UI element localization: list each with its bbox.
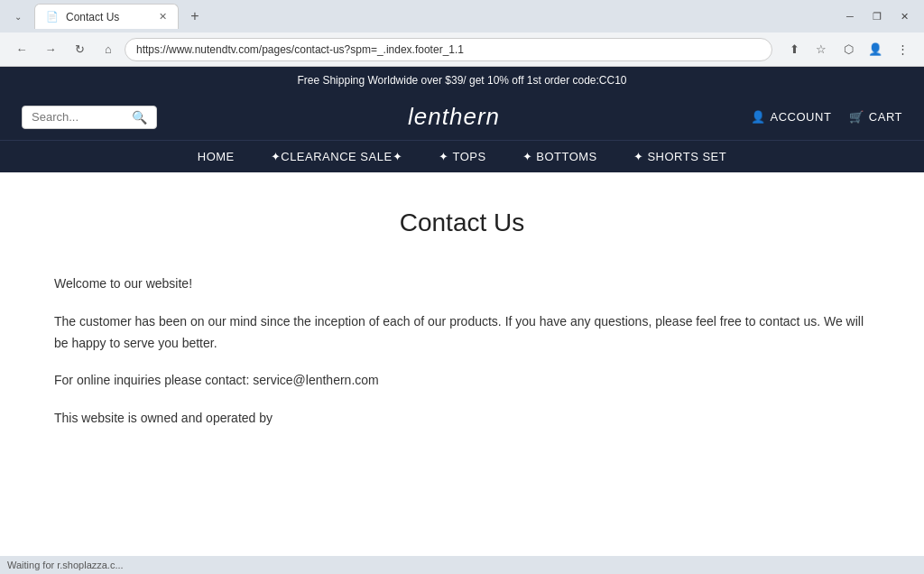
paragraph-1: Welcome to our website! — [54, 273, 870, 295]
tab-favicon: 📄 — [46, 11, 59, 23]
nav-item-shorts[interactable]: ✦ SHORTS SET — [633, 150, 726, 163]
back-button[interactable]: ← — [9, 37, 34, 62]
cart-icon: 🛒 — [849, 110, 864, 124]
search-box[interactable]: 🔍 — [22, 106, 157, 129]
profile-button[interactable]: 👤 — [863, 37, 888, 62]
status-bar: Waiting for r.shoplazza.c... — [0, 556, 924, 574]
header-actions: 👤 ACCOUNT 🛒 CART — [751, 110, 902, 124]
announcement-text: Free Shipping Worldwide over $39/ get 10… — [297, 74, 626, 87]
restore-button[interactable]: ❐ — [864, 7, 890, 25]
new-tab-button[interactable]: + — [184, 5, 206, 27]
menu-button[interactable]: ⋮ — [890, 37, 915, 62]
forward-button[interactable]: → — [38, 37, 63, 62]
email-link[interactable]: service@lenthern.com — [253, 373, 379, 387]
announcement-bar: Free Shipping Worldwide over $39/ get 10… — [0, 67, 924, 94]
account-button[interactable]: 👤 ACCOUNT — [751, 110, 831, 124]
main-content: Contact Us Welcome to our website! The c… — [0, 172, 924, 556]
page-content: Free Shipping Worldwide over $39/ get 10… — [0, 67, 924, 556]
tab-close-button[interactable]: ✕ — [159, 11, 167, 23]
tab-title: Contact Us — [66, 11, 119, 23]
tab-list-button[interactable]: ⌄ — [7, 4, 29, 29]
address-bar[interactable]: https://www.nutendtv.com/pages/contact-u… — [125, 38, 772, 61]
account-icon: 👤 — [751, 110, 766, 124]
nav-item-tops[interactable]: ✦ TOPS — [439, 150, 486, 163]
paragraph-2: The customer has been on our mind since … — [54, 311, 870, 355]
site-navigation: HOME ✦CLEARANCE SALE✦ ✦ TOPS ✦ BOTTOMS ✦… — [0, 140, 924, 172]
cart-button[interactable]: 🛒 CART — [849, 110, 902, 124]
contact-text-prefix: For online inquiries please contact: — [54, 373, 253, 387]
close-button[interactable]: ✕ — [892, 7, 917, 25]
bookmark-button[interactable]: ☆ — [808, 37, 834, 62]
extensions-button[interactable]: ⬡ — [836, 37, 861, 62]
site-header: 🔍 lenthern 👤 ACCOUNT 🛒 CART — [0, 94, 924, 140]
url-text: https://www.nutendtv.com/pages/contact-u… — [136, 43, 464, 56]
paragraph-3: For online inquiries please contact: ser… — [54, 370, 870, 392]
site-logo: lenthern — [408, 103, 500, 131]
share-button[interactable]: ⬆ — [781, 37, 807, 62]
nav-item-home[interactable]: HOME — [198, 150, 235, 163]
account-label: ACCOUNT — [771, 110, 832, 124]
search-input[interactable] — [32, 110, 126, 124]
reload-button[interactable]: ↻ — [67, 37, 92, 62]
nav-item-bottoms[interactable]: ✦ BOTTOMS — [522, 150, 597, 163]
chevron-down-icon: ⌄ — [14, 12, 22, 22]
minimize-button[interactable]: ─ — [837, 7, 863, 25]
home-button[interactable]: ⌂ — [96, 37, 121, 62]
paragraph-4: This website is owned and operated by — [54, 408, 870, 430]
page-title: Contact Us — [54, 208, 870, 237]
active-tab[interactable]: 📄 Contact Us ✕ — [34, 4, 179, 29]
status-text: Waiting for r.shoplazza.c... — [7, 560, 124, 570]
nav-item-clearance[interactable]: ✦CLEARANCE SALE✦ — [271, 150, 402, 163]
cart-label: CART — [869, 110, 902, 124]
search-icon[interactable]: 🔍 — [132, 110, 147, 125]
